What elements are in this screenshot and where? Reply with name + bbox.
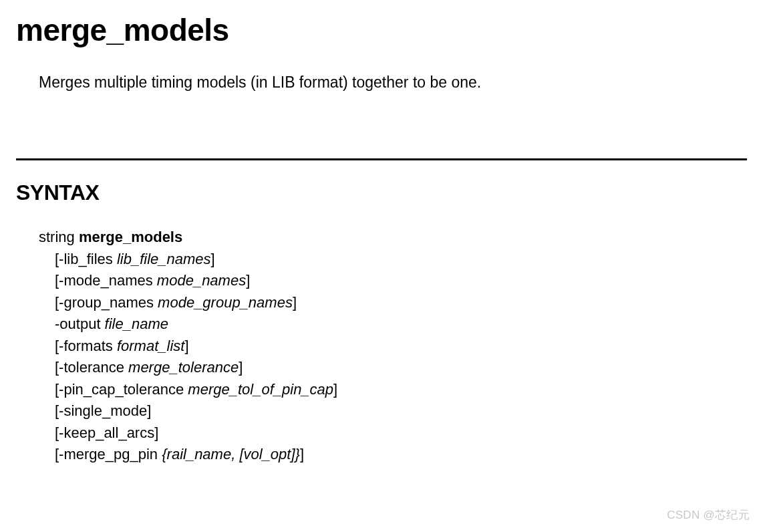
syntax-signature: string merge_models [39, 227, 763, 249]
option-prefix: [-keep_all_arcs] [55, 424, 158, 441]
option-arg: {rail_name, [vol_opt]} [162, 446, 300, 462]
syntax-option: [-mode_names mode_names] [55, 270, 763, 292]
option-arg: format_list [117, 338, 184, 354]
option-prefix: [-mode_names [55, 272, 157, 289]
syntax-option: [-pin_cap_tolerance merge_tol_of_pin_cap… [55, 379, 763, 401]
syntax-option: [-lib_files lib_file_names] [55, 249, 763, 271]
syntax-block: string merge_models [-lib_files lib_file… [0, 205, 763, 466]
option-prefix: [-merge_pg_pin [55, 446, 162, 462]
option-arg: file_name [105, 315, 168, 332]
option-arg: lib_file_names [117, 251, 211, 267]
option-suffix: ] [300, 446, 304, 462]
syntax-option: -output file_name [55, 313, 763, 336]
syntax-option: [-group_names mode_group_names] [55, 292, 763, 314]
option-prefix: [-single_mode] [55, 402, 151, 419]
watermark-text: CSDN @芯纪元 [667, 507, 750, 523]
option-prefix: [-formats [55, 338, 117, 354]
syntax-option: [-single_mode] [55, 400, 763, 422]
command-name: merge_models [79, 229, 182, 245]
page-title: merge_models [0, 0, 763, 48]
option-arg: merge_tol_of_pin_cap [188, 381, 333, 398]
option-arg: mode_names [157, 272, 246, 289]
option-arg: merge_tolerance [128, 359, 239, 376]
syntax-option: [-formats format_list] [55, 336, 763, 358]
description-text: Merges multiple timing models (in LIB fo… [0, 48, 763, 92]
syntax-option: [-keep_all_arcs] [55, 422, 763, 444]
option-suffix: ] [246, 272, 250, 289]
option-suffix: ] [211, 251, 215, 267]
syntax-option: [-tolerance merge_tolerance] [55, 357, 763, 379]
option-prefix: [-tolerance [55, 359, 128, 376]
option-suffix: ] [333, 381, 337, 398]
return-type: string [39, 229, 75, 245]
option-prefix: [-lib_files [55, 251, 117, 267]
option-suffix: ] [184, 338, 188, 354]
option-arg: mode_group_names [158, 294, 293, 311]
syntax-option: [-merge_pg_pin {rail_name, [vol_opt]}] [55, 444, 763, 466]
option-prefix: -output [55, 315, 105, 332]
syntax-heading: SYNTAX [0, 160, 763, 205]
option-suffix: ] [293, 294, 297, 311]
option-suffix: ] [239, 359, 243, 376]
option-prefix: [-pin_cap_tolerance [55, 381, 188, 398]
option-prefix: [-group_names [55, 294, 158, 311]
